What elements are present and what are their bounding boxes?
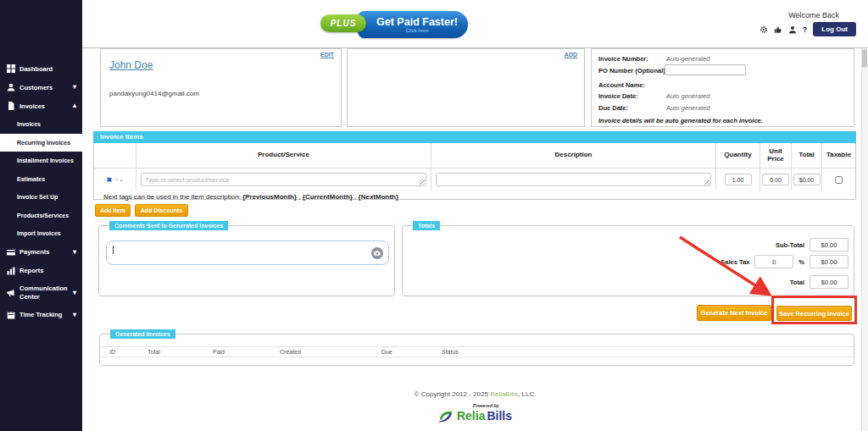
reliabills-link[interactable]: ReliaBills xyxy=(490,390,518,398)
sidebar-item-time-tracking[interactable]: Time Tracking ▾ xyxy=(0,306,82,324)
banner-body: Get Paid Faster! Click here xyxy=(358,11,468,38)
page-footer: © Copyright 2012 - 2025 ReliaBills, LLC.… xyxy=(82,390,868,423)
reliabills-logo[interactable]: ReliaBills xyxy=(82,409,868,423)
help-icon[interactable]: ? xyxy=(803,25,808,34)
total-cell xyxy=(792,169,822,191)
invoice-items-table: Product/Service Description Quantity Uni… xyxy=(93,143,856,200)
total-row: Total xyxy=(790,275,849,289)
edit-customer-link[interactable]: EDIT xyxy=(320,52,334,58)
resize-grip-icon[interactable] xyxy=(420,180,425,185)
sales-tax-row: Sales Tax % xyxy=(721,255,849,268)
account-name-row: Account Name: xyxy=(598,81,665,89)
generated-invoices-panel: Generated Invoices ID Total Paid Created… xyxy=(99,334,854,366)
taxable-checkbox[interactable] xyxy=(835,176,843,184)
totals-panel-title: Totals xyxy=(413,221,440,230)
customer-panel: EDIT John Doe pandakyung0414@gmail.com xyxy=(100,48,342,127)
gen-col-created: Created xyxy=(280,349,381,355)
invoice-number-label: Invoice Number: xyxy=(598,55,665,63)
product-field-wrap xyxy=(141,173,426,186)
sidebar-item-invoice-set-up[interactable]: Invoice Set Up xyxy=(0,188,82,207)
account-name-label: Account Name: xyxy=(598,81,665,89)
gen-col-id: ID xyxy=(100,349,147,355)
gen-col-status: Status xyxy=(442,349,854,355)
add-link[interactable]: ADD xyxy=(565,52,577,58)
sales-tax-amount-input[interactable] xyxy=(810,255,849,268)
item-row: ✖ = ▾ xyxy=(94,169,855,191)
unit-price-input[interactable] xyxy=(762,174,789,185)
totals-panel: Totals Sub-Total Sales Tax % Total xyxy=(402,225,854,296)
user-icon[interactable] xyxy=(788,25,797,34)
sidebar-item-products-services[interactable]: Products/Services xyxy=(0,207,82,225)
tags-note: Next tags can be used in the item descri… xyxy=(94,191,855,201)
scrollbar-track[interactable] xyxy=(861,48,868,431)
sidebar-item-label: Reports xyxy=(19,267,43,274)
quantity-cell xyxy=(716,169,760,191)
sidebar-item-label: Dashboard xyxy=(19,65,53,73)
banner-title: Get Paid Faster! xyxy=(368,16,458,28)
generate-next-invoice-button[interactable]: Generate Next Invoice xyxy=(697,305,771,321)
sidebar-item-recurring-invoices[interactable]: Recurring Invoices xyxy=(0,134,82,152)
attach-image-icon[interactable] xyxy=(371,247,383,259)
description-input[interactable] xyxy=(436,173,711,186)
add-discounts-button[interactable]: Add Discounts xyxy=(135,204,188,217)
line-total-input[interactable] xyxy=(793,174,821,185)
scrollbar-thumb[interactable] xyxy=(862,49,867,68)
subtotal-input[interactable] xyxy=(810,238,849,251)
sidebar-item-label: Payments xyxy=(19,248,49,256)
sidebar-item-import-invoices[interactable]: Import Invoices xyxy=(0,224,82,243)
invoices-submenu: Invoices Recurring Invoices Installment … xyxy=(0,115,82,243)
total-input[interactable] xyxy=(810,275,849,289)
col-unit-price: Unit Price xyxy=(760,143,792,169)
invoices-icon xyxy=(7,102,15,110)
sales-tax-rate-input[interactable] xyxy=(754,255,793,268)
chevron-down-icon: ▾ xyxy=(73,249,76,256)
subtotal-row: Sub-Total xyxy=(776,238,849,251)
gen-col-paid: Paid xyxy=(213,349,280,355)
add-item-button[interactable]: Add Item xyxy=(95,204,131,217)
text-caret xyxy=(113,246,114,254)
subtotal-label: Sub-Total xyxy=(776,241,804,249)
sidebar-item-customers[interactable]: Customers ▾ xyxy=(0,78,82,97)
customer-name-link[interactable]: John Doe xyxy=(109,59,153,71)
customer-email: pandakyung0414@gmail.com xyxy=(109,90,199,97)
logo-text-relia: Relia xyxy=(457,409,485,423)
product-service-input[interactable] xyxy=(141,173,426,186)
resize-grip-icon[interactable] xyxy=(704,180,709,185)
sidebar-item-dashboard[interactable]: Dashboard xyxy=(0,59,82,78)
reliabills-logo-mark xyxy=(438,409,455,423)
plus-badge: PLUS xyxy=(320,14,366,32)
sidebar-item-estimates[interactable]: Estimates xyxy=(0,170,82,189)
sidebar-item-communication-center[interactable]: Communication Center ▾ xyxy=(0,280,82,306)
po-number-input[interactable] xyxy=(665,64,746,75)
comments-input[interactable] xyxy=(106,240,389,265)
sidebar-item-payments[interactable]: Payments ▾ xyxy=(0,243,82,262)
comments-panel-title: Comments Sent to Generated Invoices xyxy=(109,221,228,230)
sidebar-item-invoices[interactable]: Invoices ▴ xyxy=(0,97,82,115)
tags-note-text: Next tags can be used in the item descri… xyxy=(103,193,242,201)
due-date-label: Due Date: xyxy=(598,104,665,112)
sidebar-item-installment-invoices[interactable]: Installment Invoices xyxy=(0,152,82,170)
tag-previous-month: {PreviousMonth} xyxy=(242,193,297,201)
secondary-panel: ADD xyxy=(347,48,585,127)
banner-click-here: Click here xyxy=(398,28,429,33)
col-product-service: Product/Service xyxy=(136,143,431,169)
sidebar-item-invoices-list[interactable]: Invoices xyxy=(0,115,82,134)
generated-invoices-title: Generated Invoices xyxy=(110,329,175,339)
logout-button[interactable]: Log Out xyxy=(813,22,856,36)
generated-invoices-header-row: ID Total Paid Created Due Status xyxy=(100,346,854,357)
invoice-date-value: Auto generated xyxy=(666,92,709,100)
sidebar-item-reports[interactable]: Reports xyxy=(0,262,82,280)
row-dropdown-icon[interactable]: ▾ xyxy=(120,177,123,183)
copyright-prefix: © Copyright 2012 - 2025 xyxy=(415,390,491,398)
customers-icon xyxy=(7,83,15,91)
delete-row-icon[interactable]: ✖ xyxy=(106,176,112,184)
quantity-input[interactable] xyxy=(725,174,752,185)
tag-current-month: {CurrentMonth} xyxy=(303,193,353,201)
reorder-icon[interactable]: = xyxy=(115,177,119,182)
gear-icon[interactable] xyxy=(760,25,768,34)
description-cell xyxy=(431,169,716,191)
copyright-suffix: , LLC. xyxy=(518,390,536,398)
get-paid-faster-banner[interactable]: Get Paid Faster! Click here PLUS xyxy=(320,8,470,41)
save-recurring-invoice-button[interactable]: Save Recurring Invoice xyxy=(776,306,852,321)
thumbs-up-icon[interactable] xyxy=(774,25,782,34)
